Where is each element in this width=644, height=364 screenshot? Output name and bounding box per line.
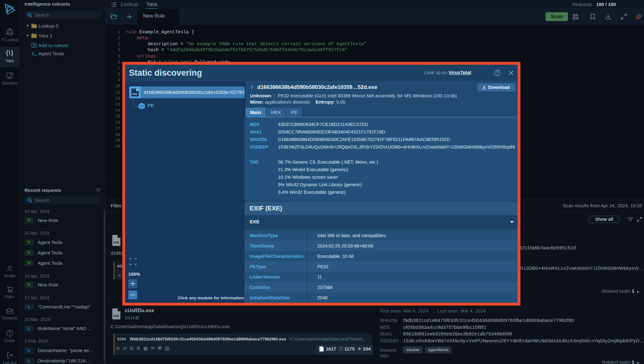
svg-text:EXE: EXE [114, 241, 119, 244]
svg-text:EXE: EXE [132, 93, 137, 95]
svg-text:EXE: EXE [114, 314, 119, 318]
